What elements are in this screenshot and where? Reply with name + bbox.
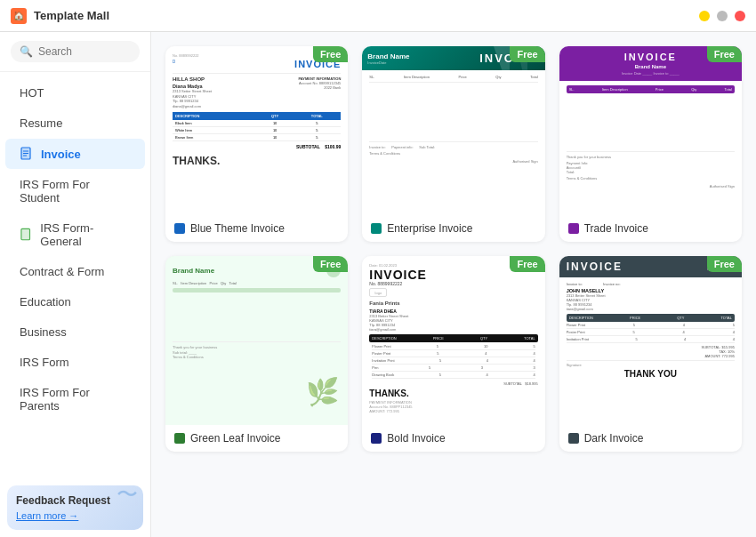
- search-bar: 🔍: [0, 32, 150, 72]
- sidebar: 🔍 HOT Resume Invoice: [0, 32, 151, 537]
- education-label: Education: [20, 295, 71, 309]
- template-footer-trade: Trade Invoice: [559, 215, 742, 242]
- sidebar-item-contract[interactable]: Contract & Form: [5, 257, 145, 286]
- content-area: No. 8889992222 D Free INVOICE HILLA S: [151, 32, 756, 537]
- sidebar-item-education[interactable]: Education: [5, 287, 145, 317]
- blue-type-icon: [174, 223, 185, 234]
- enterprise-preview: Brand Name InvoiceDate INVOICE SL.It: [362, 46, 544, 215]
- nav-list: HOT Resume Invoice IRS Form For Student: [0, 72, 150, 427]
- template-card-enterprise[interactable]: Brand Name InvoiceDate INVOICE SL.It: [362, 46, 544, 242]
- free-badge-leaf: Free: [313, 256, 348, 272]
- hot-label: HOT: [20, 86, 44, 100]
- leaf-type-icon: [174, 433, 185, 444]
- irs-parents-label: IRS Form For Parents: [20, 386, 131, 413]
- template-card-leaf[interactable]: Brand Name SL. Item Description Price Qt…: [165, 256, 348, 452]
- template-card-trade[interactable]: INVOICE Brand Name Invoice Date _____ In…: [559, 46, 742, 242]
- template-preview-enterprise: Brand Name InvoiceDate INVOICE SL.It: [362, 46, 544, 215]
- title-bar: 🏠 Template Mall: [0, 0, 756, 32]
- dark-preview: INVOICE Date: 10/01/9999Date: 10/01/9999…: [559, 256, 742, 425]
- template-footer-blue: Blue Theme Invoice: [165, 215, 348, 242]
- sidebar-item-hot[interactable]: HOT: [5, 78, 145, 108]
- bold-preview: Date: 01.02.2023 INVOICE No. 8889992222 …: [362, 256, 544, 425]
- dark-type-icon: [568, 433, 579, 444]
- title-bar-controls: [699, 11, 745, 21]
- business-label: Business: [20, 325, 67, 339]
- free-badge-trade: Free: [707, 46, 742, 62]
- invoice-icon: [20, 147, 34, 161]
- app-icon: 🏠: [11, 8, 27, 24]
- contract-label: Contract & Form: [20, 265, 104, 278]
- template-preview-leaf: Brand Name SL. Item Description Price Qt…: [165, 256, 348, 425]
- search-input[interactable]: [38, 45, 131, 58]
- irs-student-label: IRS Form For Student: [20, 178, 131, 204]
- free-badge-blue: Free: [313, 46, 348, 62]
- trade-preview: INVOICE Brand Name Invoice Date _____ In…: [559, 46, 742, 215]
- feedback-banner: Feedback Request Learn more → 〜: [7, 485, 143, 530]
- invoice-label: Invoice: [41, 148, 81, 161]
- title-bar-left: 🏠 Template Mall: [11, 8, 109, 24]
- feedback-link-text: Learn more →: [16, 510, 78, 521]
- template-footer-leaf: Green Leaf Invoice: [165, 425, 348, 452]
- blue-invoice-preview: No. 8889992222 D Free INVOICE HILLA S: [165, 46, 348, 215]
- template-card-dark[interactable]: INVOICE Date: 10/01/9999Date: 10/01/9999…: [559, 256, 742, 452]
- search-wrap[interactable]: 🔍: [11, 41, 140, 62]
- free-badge-enterprise: Free: [510, 46, 544, 62]
- irs-general-icon: [20, 228, 33, 242]
- bold-template-name: Bold Invoice: [387, 432, 445, 445]
- irs-form-label: IRS Form: [20, 356, 69, 369]
- close-button[interactable]: [735, 11, 745, 21]
- trade-template-name: Trade Invoice: [584, 222, 648, 235]
- maximize-button[interactable]: [717, 11, 728, 21]
- sidebar-item-invoice[interactable]: Invoice: [5, 139, 145, 169]
- sidebar-item-irs-parents[interactable]: IRS Form For Parents: [5, 378, 145, 421]
- template-footer-enterprise: Enterprise Invoice: [362, 215, 544, 242]
- resume-label: Resume: [20, 116, 62, 130]
- enterprise-type-icon: [371, 223, 382, 234]
- enterprise-template-name: Enterprise Invoice: [387, 222, 472, 235]
- trade-type-icon: [568, 223, 579, 234]
- template-card-blue[interactable]: No. 8889992222 D Free INVOICE HILLA S: [165, 46, 348, 242]
- template-card-bold[interactable]: Date: 01.02.2023 INVOICE No. 8889992222 …: [362, 256, 544, 452]
- irs-general-label: IRS Form-General: [40, 221, 131, 248]
- app-title: Template Mall: [34, 9, 109, 22]
- template-footer-bold: Bold Invoice: [362, 425, 544, 452]
- svg-rect-5: [21, 228, 30, 239]
- sidebar-item-business[interactable]: Business: [5, 317, 145, 347]
- feedback-swirl: 〜: [117, 485, 138, 509]
- free-badge-bold: Free: [510, 256, 544, 272]
- template-grid: No. 8889992222 D Free INVOICE HILLA S: [165, 46, 742, 452]
- template-footer-dark: Dark Invoice: [559, 425, 742, 452]
- sidebar-item-resume[interactable]: Resume: [5, 108, 145, 138]
- dark-template-name: Dark Invoice: [584, 432, 644, 445]
- template-preview-trade: INVOICE Brand Name Invoice Date _____ In…: [559, 46, 742, 215]
- template-preview-bold: Date: 01.02.2023 INVOICE No. 8889992222 …: [362, 256, 544, 425]
- search-icon: 🔍: [20, 45, 33, 58]
- minimize-button[interactable]: [699, 11, 710, 21]
- template-preview-blue: No. 8889992222 D Free INVOICE HILLA S: [165, 46, 348, 215]
- feedback-link[interactable]: Learn more →: [16, 510, 134, 521]
- main-content: 🔍 HOT Resume Invoice: [0, 32, 756, 537]
- bold-type-icon: [371, 433, 382, 444]
- leaf-preview: Brand Name SL. Item Description Price Qt…: [165, 256, 348, 425]
- blue-template-name: Blue Theme Invoice: [190, 222, 285, 235]
- leaf-template-name: Green Leaf Invoice: [190, 432, 280, 445]
- template-preview-dark: INVOICE Date: 10/01/9999Date: 10/01/9999…: [559, 256, 742, 425]
- free-badge-dark: Free: [707, 256, 742, 272]
- sidebar-item-irs-general[interactable]: IRS Form-General: [5, 213, 145, 256]
- sidebar-item-irs-form[interactable]: IRS Form: [5, 348, 145, 377]
- sidebar-item-irs-student[interactable]: IRS Form For Student: [5, 170, 145, 212]
